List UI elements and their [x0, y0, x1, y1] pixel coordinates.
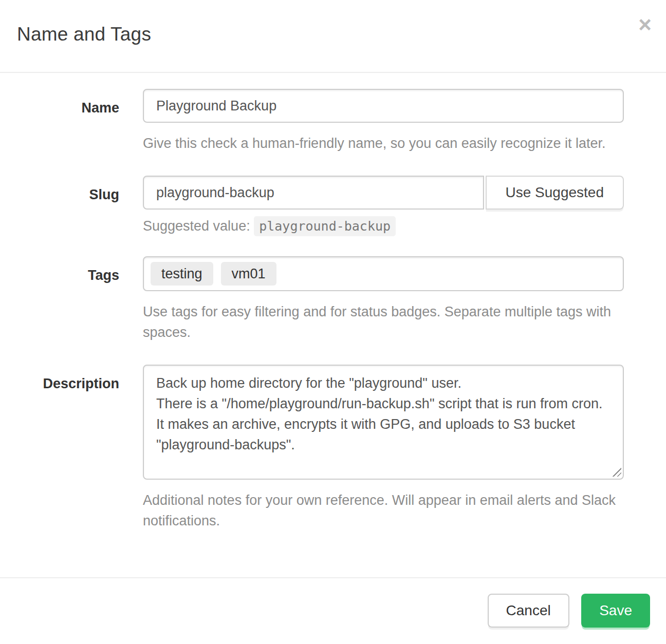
save-button[interactable]: Save: [581, 594, 650, 628]
slug-input-group: Use Suggested: [143, 176, 624, 210]
slug-field-row: Slug Use Suggested Suggested value: play…: [0, 176, 666, 234]
suggested-value-prefix: Suggested value:: [143, 218, 250, 234]
description-field-row: Description Back up home directory for t…: [0, 365, 666, 531]
cancel-button[interactable]: Cancel: [488, 594, 569, 628]
name-help-text: Give this check a human-friendly name, s…: [143, 133, 624, 154]
description-textarea[interactable]: Back up home directory for the "playgrou…: [143, 365, 624, 480]
tags-label: Tags: [0, 256, 126, 343]
tag-chip: vm01: [221, 262, 276, 286]
use-suggested-button[interactable]: Use Suggested: [486, 176, 624, 210]
description-label: Description: [0, 365, 126, 531]
close-icon[interactable]: ×: [638, 13, 652, 36]
slug-label: Slug: [0, 176, 126, 234]
suggested-value-code: playground-backup: [254, 216, 396, 236]
tags-field-row: Tags testing vm01 Use tags for easy filt…: [0, 256, 666, 343]
slug-input[interactable]: [143, 176, 484, 210]
name-and-tags-dialog: Name and Tags × Name Give this check a h…: [0, 0, 666, 644]
dialog-header: Name and Tags ×: [0, 0, 666, 73]
dialog-footer: Cancel Save: [0, 577, 666, 644]
name-input[interactable]: [143, 89, 624, 123]
name-label: Name: [0, 89, 126, 154]
suggested-value-line: Suggested value: playground-backup: [143, 218, 624, 234]
dialog-title: Name and Tags: [17, 24, 649, 45]
name-field-row: Name Give this check a human-friendly na…: [0, 89, 666, 154]
tags-help-text: Use tags for easy filtering and for stat…: [143, 301, 624, 343]
tag-chip: testing: [151, 262, 213, 286]
tags-input[interactable]: testing vm01: [143, 256, 624, 291]
dialog-body: Name Give this check a human-friendly na…: [0, 73, 666, 539]
description-help-text: Additional notes for your own reference.…: [143, 490, 624, 531]
